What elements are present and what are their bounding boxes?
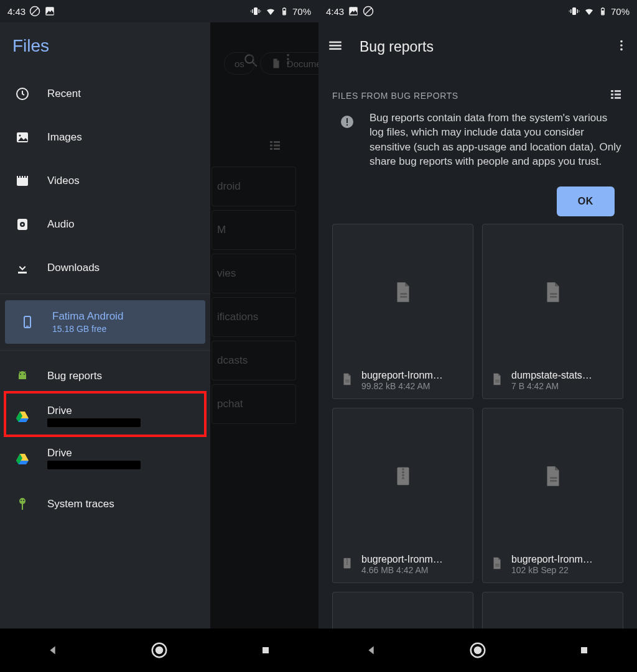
file-name: bugreport-Ironm…	[361, 554, 443, 565]
clock-icon	[14, 86, 31, 101]
file-icon	[490, 372, 504, 389]
back-button[interactable]	[353, 632, 390, 669]
divider	[0, 350, 210, 351]
file-icon	[541, 464, 565, 490]
file-meta: 7 B 4:42 AM	[511, 381, 592, 391]
vibrate-icon	[569, 6, 580, 17]
app-bar: Bug reports	[318, 22, 637, 71]
wifi-icon	[584, 6, 595, 17]
zip-icon	[391, 464, 415, 490]
picture-icon	[44, 6, 55, 17]
drawer-item-label: Recent	[47, 88, 81, 100]
drawer-item-label: Videos	[47, 175, 80, 187]
image-icon	[14, 130, 31, 145]
file-tile[interactable]: bugreport-Ironm… 102 kB Sep 22	[482, 408, 623, 583]
file-tile[interactable]: bugreport-Ironm… 99.82 kB 4:42 AM	[332, 224, 473, 399]
phone-left: 4:43 70% os Documen droid M	[0, 0, 318, 672]
status-bar: 4:43 70%	[0, 0, 318, 22]
drawer-item-label: System traces	[47, 498, 114, 510]
section-title: FILES FROM BUG REPORTS	[332, 91, 458, 101]
status-time: 4:43	[7, 6, 26, 17]
picture-icon	[348, 6, 359, 17]
status-bar: 4:43 70%	[318, 0, 637, 22]
vibrate-icon	[250, 6, 261, 17]
file-tile[interactable]	[482, 592, 623, 628]
zip-icon	[340, 556, 354, 573]
android-nav-bar	[318, 628, 637, 672]
storage-free: 15.18 GB free	[52, 324, 123, 334]
phone-icon	[19, 315, 36, 329]
file-meta: 4.66 MB 4:42 AM	[361, 565, 443, 575]
drawer-item-audio[interactable]: Audio	[0, 203, 210, 246]
file-tile[interactable]: bugreport-Ironm… 4.66 MB 4:42 AM	[332, 408, 473, 583]
battery-icon	[280, 6, 289, 17]
file-meta: 102 kB Sep 22	[511, 565, 593, 575]
file-name: bugreport-Ironm…	[511, 554, 593, 565]
android-nav-bar	[0, 628, 318, 672]
battery-percent: 70%	[292, 6, 311, 17]
recents-button[interactable]	[247, 632, 284, 669]
file-tile[interactable]	[332, 592, 473, 628]
drawer-item-recent[interactable]: Recent	[0, 72, 210, 116]
back-button[interactable]	[34, 632, 72, 669]
file-icon	[490, 556, 504, 573]
warning-icon	[340, 114, 355, 132]
dnd-icon	[363, 6, 374, 17]
file-tile[interactable]: dumpstate-stats… 7 B 4:42 AM	[482, 224, 623, 399]
battery-icon	[598, 6, 607, 17]
drawer-item-system-traces[interactable]: System traces	[0, 482, 210, 526]
file-name: bugreport-Ironm…	[361, 370, 443, 381]
drawer-item-label: Images	[47, 131, 82, 144]
drawer-item-label: Bug reports	[47, 370, 102, 382]
drawer-item-videos[interactable]: Videos	[0, 159, 210, 203]
system-traces-icon	[14, 497, 31, 512]
drive-icon	[14, 451, 31, 466]
drawer-item-drive-2[interactable]: Drive	[0, 440, 210, 477]
page-title: Bug reports	[360, 39, 434, 55]
divider	[0, 293, 210, 294]
redacted-email	[47, 461, 141, 471]
file-meta: 99.82 kB 4:42 AM	[361, 381, 443, 391]
file-grid: bugreport-Ironm… 99.82 kB 4:42 AM dumpst…	[332, 224, 623, 628]
drawer-item-images[interactable]: Images	[0, 116, 210, 159]
status-time: 4:43	[326, 6, 344, 17]
warning-text: Bug reports contain data from the system…	[370, 111, 623, 169]
wifi-icon	[265, 6, 276, 17]
file-icon	[391, 280, 415, 306]
drawer-item-label: Downloads	[47, 262, 100, 274]
section-header: FILES FROM BUG REPORTS	[318, 87, 637, 104]
phone-right: 4:43 70% Bug reports FILES FROM BUG REPO…	[318, 0, 637, 672]
drawer-item-downloads[interactable]: Downloads	[0, 246, 210, 290]
home-button[interactable]	[141, 632, 178, 669]
android-icon	[14, 369, 31, 384]
audio-icon	[14, 217, 31, 232]
video-icon	[14, 173, 31, 188]
drawer-item-label: Fatima Android	[52, 310, 123, 322]
recents-button[interactable]	[565, 632, 603, 669]
warning-card: Bug reports contain data from the system…	[340, 111, 623, 169]
drawer-item-storage[interactable]: Fatima Android 15.18 GB free	[5, 300, 205, 344]
home-button[interactable]	[459, 632, 496, 669]
hamburger-icon[interactable]	[327, 37, 343, 56]
file-name: dumpstate-stats…	[511, 370, 592, 381]
ok-button[interactable]: OK	[557, 186, 615, 216]
annotation-highlight	[4, 391, 207, 437]
download-icon	[14, 260, 31, 275]
drawer-item-label: Audio	[47, 218, 74, 231]
navigation-drawer: Files Recent Images Videos Audio Downloa…	[0, 22, 210, 628]
drawer-item-label: Drive	[47, 447, 72, 459]
more-icon[interactable]	[615, 39, 628, 55]
dnd-icon	[29, 6, 40, 17]
drawer-title: Files	[0, 22, 210, 72]
file-icon	[340, 372, 354, 389]
view-toggle-icon[interactable]	[608, 87, 623, 104]
file-icon	[541, 280, 565, 306]
battery-percent: 70%	[611, 6, 630, 17]
